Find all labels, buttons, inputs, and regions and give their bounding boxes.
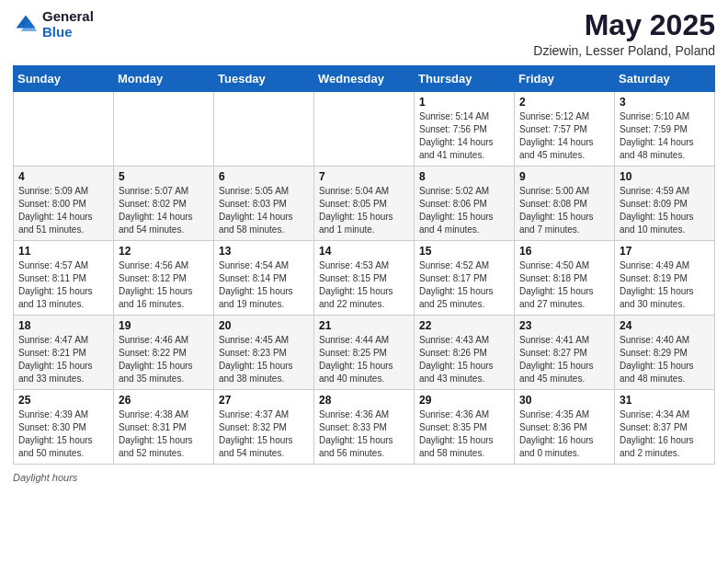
calendar-weekday-friday: Friday — [515, 66, 615, 92]
day-number: 10 — [620, 170, 710, 183]
calendar-cell: 24Sunrise: 4:40 AM Sunset: 8:29 PM Dayli… — [615, 316, 715, 390]
day-info: Sunrise: 4:59 AM Sunset: 8:09 PM Dayligh… — [620, 185, 710, 236]
day-info: Sunrise: 5:14 AM Sunset: 7:56 PM Dayligh… — [419, 110, 509, 162]
day-number: 14 — [319, 245, 409, 258]
day-number: 3 — [620, 96, 710, 109]
day-info: Sunrise: 4:50 AM Sunset: 8:18 PM Dayligh… — [519, 259, 609, 311]
day-info: Sunrise: 4:37 AM Sunset: 8:32 PM Dayligh… — [219, 408, 309, 460]
day-number: 21 — [319, 319, 409, 332]
calendar-cell: 9Sunrise: 5:00 AM Sunset: 8:08 PM Daylig… — [515, 167, 615, 241]
calendar-cell: 20Sunrise: 4:45 AM Sunset: 8:23 PM Dayli… — [214, 316, 314, 390]
footer: Daylight hours — [13, 472, 715, 483]
day-number: 26 — [119, 394, 209, 407]
calendar-weekday-wednesday: Wednesday — [314, 66, 415, 92]
day-info: Sunrise: 4:45 AM Sunset: 8:23 PM Dayligh… — [219, 334, 309, 385]
day-number: 23 — [519, 319, 609, 332]
calendar-cell: 2Sunrise: 5:12 AM Sunset: 7:57 PM Daylig… — [515, 92, 615, 167]
day-info: Sunrise: 5:02 AM Sunset: 8:06 PM Dayligh… — [419, 185, 509, 236]
calendar-cell: 7Sunrise: 5:04 AM Sunset: 8:05 PM Daylig… — [314, 167, 415, 241]
day-info: Sunrise: 4:35 AM Sunset: 8:36 PM Dayligh… — [519, 408, 609, 460]
day-info: Sunrise: 5:12 AM Sunset: 7:57 PM Dayligh… — [519, 110, 609, 162]
day-number: 6 — [219, 170, 309, 183]
day-info: Sunrise: 4:40 AM Sunset: 8:29 PM Dayligh… — [620, 334, 710, 385]
title-block: May 2025 Dziewin, Lesser Poland, Poland — [533, 9, 715, 58]
day-info: Sunrise: 5:04 AM Sunset: 8:05 PM Dayligh… — [319, 185, 409, 236]
calendar-cell: 12Sunrise: 4:56 AM Sunset: 8:12 PM Dayli… — [114, 241, 214, 316]
day-number: 18 — [18, 319, 108, 332]
calendar-table: SundayMondayTuesdayWednesdayThursdayFrid… — [13, 65, 715, 465]
calendar-cell: 29Sunrise: 4:36 AM Sunset: 8:35 PM Dayli… — [415, 390, 515, 465]
day-info: Sunrise: 4:44 AM Sunset: 8:25 PM Dayligh… — [319, 334, 409, 385]
day-info: Sunrise: 4:36 AM Sunset: 8:35 PM Dayligh… — [419, 408, 509, 460]
calendar-weekday-thursday: Thursday — [415, 66, 515, 92]
calendar-cell: 27Sunrise: 4:37 AM Sunset: 8:32 PM Dayli… — [214, 390, 314, 465]
day-number: 11 — [18, 245, 108, 258]
calendar-cell — [114, 92, 214, 167]
day-number: 31 — [620, 394, 710, 407]
day-number: 25 — [18, 394, 108, 407]
day-number: 4 — [18, 170, 108, 183]
day-number: 9 — [519, 170, 609, 183]
day-number: 1 — [419, 96, 509, 109]
day-info: Sunrise: 4:38 AM Sunset: 8:31 PM Dayligh… — [119, 408, 209, 460]
day-number: 28 — [319, 394, 409, 407]
day-info: Sunrise: 4:46 AM Sunset: 8:22 PM Dayligh… — [119, 334, 209, 385]
day-number: 19 — [119, 319, 209, 332]
day-info: Sunrise: 5:05 AM Sunset: 8:03 PM Dayligh… — [219, 185, 309, 236]
calendar-header-row: SundayMondayTuesdayWednesdayThursdayFrid… — [14, 66, 715, 92]
calendar-weekday-monday: Monday — [114, 66, 214, 92]
day-number: 8 — [419, 170, 509, 183]
day-number: 5 — [119, 170, 209, 183]
day-number: 17 — [620, 245, 710, 258]
day-number: 24 — [620, 319, 710, 332]
calendar-weekday-saturday: Saturday — [615, 66, 715, 92]
logo-text: General Blue — [42, 9, 94, 40]
day-info: Sunrise: 5:10 AM Sunset: 7:59 PM Dayligh… — [620, 110, 710, 162]
day-info: Sunrise: 4:43 AM Sunset: 8:26 PM Dayligh… — [419, 334, 509, 385]
day-number: 22 — [419, 319, 509, 332]
day-info: Sunrise: 4:52 AM Sunset: 8:17 PM Dayligh… — [419, 259, 509, 311]
calendar-cell: 11Sunrise: 4:57 AM Sunset: 8:11 PM Dayli… — [14, 241, 114, 316]
calendar-cell: 4Sunrise: 5:09 AM Sunset: 8:00 PM Daylig… — [14, 167, 114, 241]
calendar-cell: 31Sunrise: 4:34 AM Sunset: 8:37 PM Dayli… — [615, 390, 715, 465]
day-info: Sunrise: 4:41 AM Sunset: 8:27 PM Dayligh… — [519, 334, 609, 385]
day-number: 7 — [319, 170, 409, 183]
calendar-cell: 18Sunrise: 4:47 AM Sunset: 8:21 PM Dayli… — [14, 316, 114, 390]
calendar-cell: 3Sunrise: 5:10 AM Sunset: 7:59 PM Daylig… — [615, 92, 715, 167]
day-info: Sunrise: 5:07 AM Sunset: 8:02 PM Dayligh… — [119, 185, 209, 236]
logo-general: General — [42, 9, 94, 25]
day-number: 16 — [519, 245, 609, 258]
calendar-cell: 19Sunrise: 4:46 AM Sunset: 8:22 PM Dayli… — [114, 316, 214, 390]
calendar-week-row: 18Sunrise: 4:47 AM Sunset: 8:21 PM Dayli… — [14, 316, 715, 390]
calendar-cell: 1Sunrise: 5:14 AM Sunset: 7:56 PM Daylig… — [415, 92, 515, 167]
day-info: Sunrise: 4:49 AM Sunset: 8:19 PM Dayligh… — [620, 259, 710, 311]
calendar-cell: 5Sunrise: 5:07 AM Sunset: 8:02 PM Daylig… — [114, 167, 214, 241]
day-number: 30 — [519, 394, 609, 407]
day-info: Sunrise: 4:36 AM Sunset: 8:33 PM Dayligh… — [319, 408, 409, 460]
header: General Blue May 2025 Dziewin, Lesser Po… — [13, 9, 715, 58]
calendar-cell: 13Sunrise: 4:54 AM Sunset: 8:14 PM Dayli… — [214, 241, 314, 316]
logo-blue: Blue — [42, 25, 94, 40]
day-info: Sunrise: 4:53 AM Sunset: 8:15 PM Dayligh… — [319, 259, 409, 311]
calendar-cell — [214, 92, 314, 167]
calendar-week-row: 1Sunrise: 5:14 AM Sunset: 7:56 PM Daylig… — [14, 92, 715, 167]
calendar-cell: 10Sunrise: 4:59 AM Sunset: 8:09 PM Dayli… — [615, 167, 715, 241]
day-number: 13 — [219, 245, 309, 258]
calendar-cell: 22Sunrise: 4:43 AM Sunset: 8:26 PM Dayli… — [415, 316, 515, 390]
page: General Blue May 2025 Dziewin, Lesser Po… — [0, 0, 728, 563]
calendar-weekday-sunday: Sunday — [14, 66, 114, 92]
day-number: 27 — [219, 394, 309, 407]
day-info: Sunrise: 4:34 AM Sunset: 8:37 PM Dayligh… — [620, 408, 710, 460]
day-info: Sunrise: 5:09 AM Sunset: 8:00 PM Dayligh… — [18, 185, 108, 236]
day-number: 29 — [419, 394, 509, 407]
calendar-cell: 17Sunrise: 4:49 AM Sunset: 8:19 PM Dayli… — [615, 241, 715, 316]
logo-icon — [13, 12, 39, 38]
calendar-week-row: 11Sunrise: 4:57 AM Sunset: 8:11 PM Dayli… — [14, 241, 715, 316]
calendar-week-row: 25Sunrise: 4:39 AM Sunset: 8:30 PM Dayli… — [14, 390, 715, 465]
day-info: Sunrise: 4:56 AM Sunset: 8:12 PM Dayligh… — [119, 259, 209, 311]
calendar-cell: 21Sunrise: 4:44 AM Sunset: 8:25 PM Dayli… — [314, 316, 415, 390]
title-location: Dziewin, Lesser Poland, Poland — [533, 43, 715, 58]
calendar-week-row: 4Sunrise: 5:09 AM Sunset: 8:00 PM Daylig… — [14, 167, 715, 241]
calendar-cell: 26Sunrise: 4:38 AM Sunset: 8:31 PM Dayli… — [114, 390, 214, 465]
day-info: Sunrise: 4:57 AM Sunset: 8:11 PM Dayligh… — [18, 259, 108, 311]
